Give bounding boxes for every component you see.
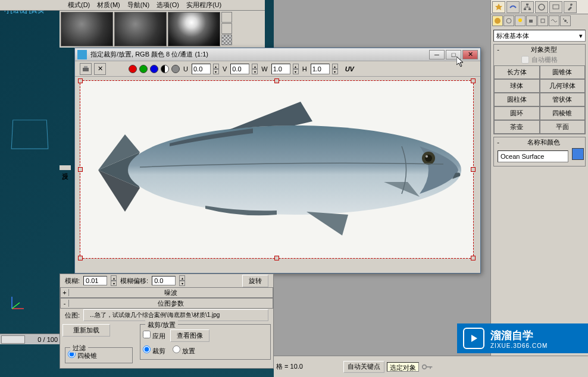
- h-spin-up[interactable]: ▴: [332, 64, 338, 69]
- menu-material[interactable]: 材质(M): [95, 1, 123, 10]
- crop-handle-bc[interactable]: [274, 256, 279, 260]
- reload-button[interactable]: 重新加载: [62, 324, 110, 337]
- sample-type-btn[interactable]: [221, 12, 232, 23]
- crop-handle-tr[interactable]: [471, 78, 476, 83]
- lights-subtab[interactable]: [515, 15, 526, 26]
- u-spin-down[interactable]: ▾: [213, 69, 219, 74]
- menu-utilities[interactable]: 实用程序(U): [184, 1, 224, 10]
- svg-point-26: [423, 365, 427, 369]
- place-radio[interactable]: 放置: [173, 345, 195, 356]
- torus-button[interactable]: 圆环: [494, 106, 540, 120]
- modify-tab[interactable]: [506, 1, 520, 13]
- command-panel: 标准基本体 ▾ - 对象类型 自动栅格 长方体 圆锥体 球体 几何球体 圆柱体 …: [490, 0, 588, 377]
- v-input[interactable]: 0.0: [230, 64, 249, 74]
- cancel-x-button[interactable]: ✕: [94, 63, 106, 75]
- timeline[interactable]: 0 / 100: [0, 334, 60, 344]
- v-spin-up[interactable]: ▴: [252, 64, 258, 69]
- filter-pyramid-radio[interactable]: 四棱锥: [68, 352, 97, 359]
- box-button[interactable]: 长方体: [494, 65, 540, 79]
- menu-nav[interactable]: 导航(N): [125, 1, 152, 10]
- timeline-slider[interactable]: [1, 335, 25, 344]
- blur-input[interactable]: 0.01: [83, 276, 107, 285]
- menu-options[interactable]: 选项(O): [154, 1, 182, 10]
- alpha-channel-toggle[interactable]: [161, 65, 169, 73]
- w-input[interactable]: 1.0: [271, 64, 290, 74]
- material-slot-2[interactable]: [114, 12, 167, 46]
- category-dropdown[interactable]: 标准基本体 ▾: [493, 30, 586, 42]
- blur-offset-spin-up[interactable]: ▴: [179, 275, 185, 281]
- crop-handle-lc[interactable]: [78, 167, 83, 172]
- sphere-button[interactable]: 球体: [494, 79, 540, 93]
- object-name-input[interactable]: Ocean Surface: [498, 150, 568, 162]
- minimize-button[interactable]: ─: [429, 50, 445, 59]
- menu-mode[interactable]: 模式(D): [65, 1, 92, 10]
- cone-button[interactable]: 圆锥体: [540, 65, 586, 79]
- blur-spin-down[interactable]: ▾: [111, 281, 117, 286]
- crop-frame[interactable]: [80, 80, 474, 259]
- cameras-subtab[interactable]: [526, 15, 537, 26]
- name-color-header[interactable]: - 名称和颜色: [494, 137, 585, 147]
- autogrid-checkbox[interactable]: [521, 56, 529, 64]
- print-icon: [82, 65, 90, 73]
- blue-channel-toggle[interactable]: [150, 65, 158, 73]
- crop-handle-rc[interactable]: [471, 167, 476, 172]
- dialog-titlebar[interactable]: 指定裁剪/放置, RGB 颜色 8 位/通道 (1:1) ─ □ ✕: [75, 48, 480, 61]
- helpers-subtab[interactable]: [537, 15, 548, 26]
- uv-mode-label[interactable]: UV: [345, 65, 354, 73]
- pyramid-button[interactable]: 四棱锥: [540, 106, 586, 120]
- u-input[interactable]: 0.0: [192, 64, 211, 74]
- teapot-button[interactable]: 茶壶: [494, 120, 540, 134]
- checker-bg-btn[interactable]: [221, 34, 232, 45]
- bitmap-params-toggle[interactable]: -: [61, 300, 69, 307]
- auto-key-button[interactable]: 自动关键点: [343, 361, 384, 373]
- red-channel-toggle[interactable]: [129, 65, 137, 73]
- motion-tab[interactable]: [535, 1, 548, 13]
- u-spin-up[interactable]: ▴: [213, 64, 219, 69]
- blur-spin-up[interactable]: ▴: [111, 275, 117, 281]
- blur-offset-input[interactable]: 0.0: [152, 276, 176, 285]
- display-tab[interactable]: [549, 1, 562, 13]
- noise-rollout-header[interactable]: + 噪波: [60, 287, 273, 298]
- utilities-tab[interactable]: [564, 1, 577, 13]
- geosphere-button[interactable]: 几何球体: [540, 79, 586, 93]
- cylinder-button[interactable]: 圆柱体: [494, 93, 540, 106]
- green-channel-toggle[interactable]: [139, 65, 148, 73]
- crop-handle-tl[interactable]: [78, 78, 83, 83]
- crop-handle-tc[interactable]: [274, 78, 279, 83]
- bitmap-params-rollout-header[interactable]: - 位图参数: [60, 298, 273, 309]
- crop-handle-bl[interactable]: [78, 256, 83, 260]
- maximize-button[interactable]: □: [446, 50, 461, 59]
- crop-handle-br[interactable]: [471, 256, 476, 260]
- apply-checkbox[interactable]: 应用: [143, 331, 165, 341]
- object-color-swatch[interactable]: [572, 148, 584, 160]
- shapes-subtab[interactable]: [503, 15, 514, 26]
- object-type-header[interactable]: - 对象类型: [494, 45, 585, 54]
- close-button[interactable]: ✕: [462, 50, 478, 59]
- rotate-button[interactable]: 旋转: [242, 275, 268, 287]
- hierarchy-tab[interactable]: [521, 1, 534, 13]
- noise-rollout-toggle[interactable]: +: [61, 289, 69, 296]
- tube-button[interactable]: 管状体: [540, 93, 586, 106]
- key-icon[interactable]: [421, 362, 433, 372]
- material-slot-3[interactable]: [168, 12, 220, 46]
- systems-subtab[interactable]: [560, 15, 571, 26]
- print-button[interactable]: [80, 63, 92, 75]
- geometry-subtab[interactable]: [492, 15, 503, 26]
- material-slot-1[interactable]: [61, 12, 113, 46]
- spacewarps-subtab[interactable]: [549, 15, 559, 26]
- create-tab[interactable]: [492, 1, 505, 13]
- view-image-button[interactable]: 查看图像: [170, 329, 209, 342]
- crop-radio[interactable]: 裁剪: [143, 345, 165, 356]
- blur-offset-spin-down[interactable]: ▾: [179, 281, 185, 286]
- w-spin-up[interactable]: ▴: [293, 64, 299, 69]
- mono-channel-toggle[interactable]: [171, 65, 180, 73]
- blur-offset-label: 模糊偏移:: [120, 277, 148, 285]
- h-spin-down[interactable]: ▾: [332, 69, 338, 74]
- w-spin-down[interactable]: ▾: [293, 69, 299, 74]
- object-type-title: 对象类型: [502, 45, 585, 54]
- bitmap-path-button[interactable]: ...急了，试试做几个综合案例\海底群鱼\材质\1.jpg: [83, 309, 268, 321]
- v-spin-down[interactable]: ▾: [252, 69, 258, 74]
- backlight-btn[interactable]: [221, 23, 232, 34]
- plane-button[interactable]: 平面: [540, 120, 586, 134]
- h-input[interactable]: 1.0: [311, 64, 330, 74]
